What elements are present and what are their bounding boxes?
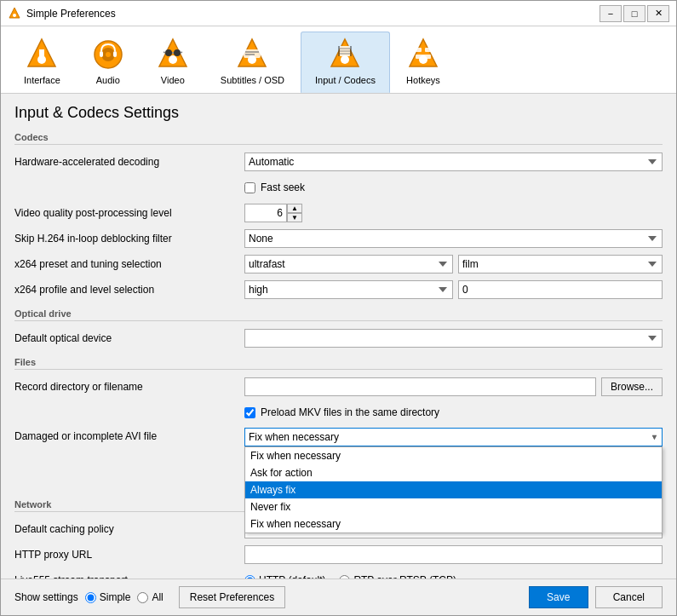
x264-preset-label: x264 preset and tuning selection [14,258,244,270]
x264-preset-select[interactable]: ultrafast superfast veryfast faster fast… [244,255,453,273]
http-proxy-input[interactable] [244,545,663,564]
nav-hotkeys-label: Hotkeys [406,75,440,85]
skip-h264-label: Skip H.264 in-loop deblocking filter [14,233,244,245]
video-quality-spinbox: ▲ ▼ [244,204,304,222]
svg-rect-33 [425,48,431,52]
option-fix-when-necessary-2[interactable]: Fix when necessary [245,515,662,533]
option-never-fix[interactable]: Never fix [245,498,662,515]
main-content: Input & Codecs Settings Codecs Hardware-… [1,94,676,579]
record-input[interactable] [244,377,596,396]
svg-rect-4 [39,49,44,56]
nav-subtitles[interactable]: Subtitles / OSD [206,32,299,93]
close-button[interactable]: ✕ [647,5,669,22]
hw-decoding-row: Hardware-accelerated decoding Automatic … [14,152,663,172]
maximize-button[interactable]: □ [623,5,645,22]
cancel-button[interactable]: Cancel [595,586,663,608]
svg-point-12 [165,49,172,56]
subtitles-icon [235,37,269,72]
stream-transport-row: Live555 stream transport HTTP (default) … [14,570,663,579]
interface-icon [25,37,59,72]
optical-device-row: Default optical device [14,328,663,348]
damaged-avi-display[interactable]: Fix when necessary ▼ [244,428,663,446]
optical-device-select[interactable] [244,329,663,348]
svg-point-1 [13,14,16,17]
files-header: Files [14,357,663,370]
skip-h264-control: None Non-reference Bidir Non-key All [244,229,663,248]
page-title: Input & Codecs Settings [14,104,663,122]
hw-decoding-select[interactable]: Automatic Disable [244,153,663,171]
record-row: Record directory or filename Browse... [14,377,663,397]
show-settings-label: Show settings [14,591,78,603]
nav-hotkeys[interactable]: Hotkeys [392,32,455,93]
http-proxy-control [244,545,663,564]
video-quality-label: Video quality post-processing level [14,207,244,219]
preload-mkv-label: Preload MKV files in the same directory [261,406,439,418]
damaged-avi-control: Fix when necessary ▼ Fix when necessary … [244,428,663,446]
nav-audio-label: Audio [96,75,120,85]
browse-button[interactable]: Browse... [601,377,663,396]
svg-rect-34 [416,55,431,59]
spinbox-down[interactable]: ▼ [287,213,302,222]
damaged-avi-value: Fix when necessary [249,431,339,443]
x264-preset-control: ultrafast superfast veryfast faster fast… [244,255,663,273]
preload-mkv-checkbox[interactable] [244,407,255,418]
option-ask-for-action[interactable]: Ask for action [245,464,662,481]
simple-radio-label[interactable]: Simple [85,591,131,603]
skip-h264-row: Skip H.264 in-loop deblocking filter Non… [14,228,663,249]
simple-radio[interactable] [85,592,96,603]
fast-seek-checkbox[interactable] [244,182,255,193]
x264-level-input[interactable] [458,280,663,299]
dropdown-arrow-icon: ▼ [651,433,658,441]
fast-seek-row: Fast seek [14,177,663,198]
footer-buttons: Save Cancel [529,586,663,608]
audio-icon [91,37,125,72]
reset-preferences-button[interactable]: Reset Preferences [179,586,285,608]
video-quality-row: Video quality post-processing level ▲ ▼ [14,203,663,223]
nav-interface[interactable]: Interface [9,32,75,93]
x264-tuning-select[interactable]: film animation grain stillimage psnr ssi… [458,255,663,273]
svg-point-11 [169,55,177,64]
svg-rect-19 [244,49,261,58]
caching-label: Default caching policy [14,523,244,535]
x264-preset-row: x264 preset and tuning selection ultrafa… [14,254,663,274]
nav-input[interactable]: Input / Codecs [301,32,390,93]
spinbox-up[interactable]: ▲ [287,204,302,213]
fast-seek-label: Fast seek [261,181,305,193]
damaged-avi-row: Damaged or incomplete AVI file Fix when … [14,428,663,448]
hotkeys-icon [406,37,440,72]
hw-decoding-label: Hardware-accelerated decoding [14,156,244,168]
nav-interface-label: Interface [24,75,60,85]
nav-bar: Interface Audio [1,26,676,94]
video-quality-input[interactable] [244,204,287,222]
window-controls: − □ ✕ [600,5,669,22]
svg-point-13 [174,49,181,56]
window-title: Simple Preferences [26,8,600,20]
skip-h264-select[interactable]: None Non-reference Bidir Non-key All [244,229,663,248]
video-quality-control: ▲ ▼ [244,204,663,222]
all-radio-label[interactable]: All [137,591,163,603]
nav-video[interactable]: Video [141,32,204,93]
preload-mkv-row: Preload MKV files in the same directory [14,402,663,423]
x264-profile-select[interactable]: high baseline main high10 high422 high44… [244,280,453,299]
svg-rect-32 [416,48,422,52]
damaged-avi-label: Damaged or incomplete AVI file [14,428,244,442]
optical-device-label: Default optical device [14,332,244,344]
option-fix-when-necessary[interactable]: Fix when necessary [245,447,662,464]
option-always-fix[interactable]: Always fix [245,481,662,498]
http-proxy-label: HTTP proxy URL [14,549,244,561]
all-radio[interactable] [137,592,148,603]
save-button[interactable]: Save [529,586,588,608]
nav-audio[interactable]: Audio [77,32,140,93]
x264-profile-control: high baseline main high10 high422 high44… [244,280,663,299]
x264-profile-label: x264 profile and level selection [14,284,244,296]
svg-rect-8 [100,51,103,57]
damaged-avi-dropdown: Fix when necessary ▼ Fix when necessary … [244,428,663,446]
optical-header: Optical drive [14,308,663,321]
svg-point-23 [341,55,349,64]
video-icon [156,37,190,72]
minimize-button[interactable]: − [600,5,622,22]
svg-rect-26 [350,46,352,56]
damaged-avi-options: Fix when necessary Ask for action Always… [244,446,663,533]
svg-line-16 [181,52,182,53]
main-window: Simple Preferences − □ ✕ Interface [0,0,677,616]
